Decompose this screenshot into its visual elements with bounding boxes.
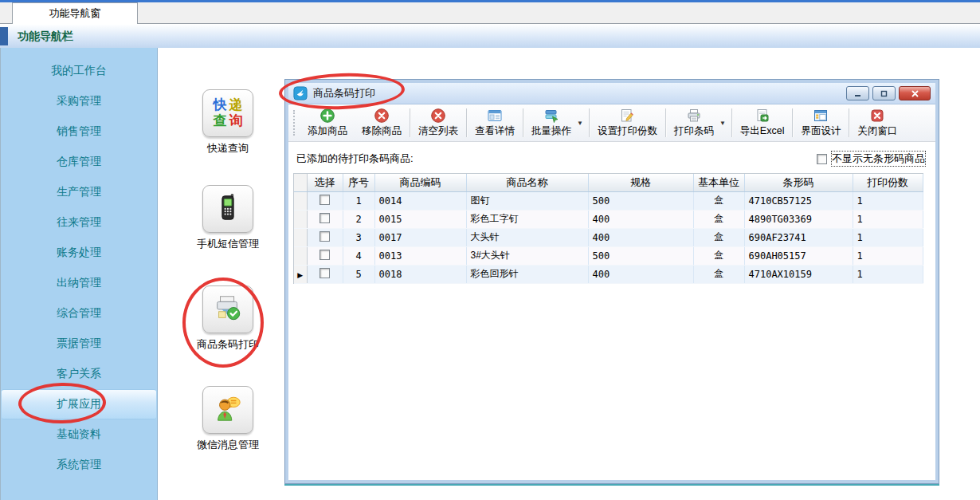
toolbar-button[interactable]: 添加商品	[300, 104, 355, 141]
minimize-button[interactable]	[846, 86, 869, 100]
sidebar-item-label: 我的工作台	[51, 64, 107, 78]
toolbar-button[interactable]: 关闭窗口	[850, 104, 904, 141]
cell-code: 0015	[374, 210, 466, 228]
toolbar-button[interactable]: 移除商品	[355, 104, 409, 141]
table-row[interactable]: ▶ 2 0015 彩色工字钉 400 盒 4890TG03369 1	[294, 210, 923, 228]
row-checkbox-cell[interactable]	[307, 246, 343, 265]
restore-button[interactable]	[872, 86, 896, 100]
filter-checkbox-group[interactable]: 不显示无条形码商品	[817, 151, 926, 167]
cell-seq: 2	[343, 210, 374, 228]
sidebar-item[interactable]: 我的工作台	[1, 56, 157, 86]
row-checkbox-icon[interactable]	[319, 213, 330, 223]
list-label: 已添加的待打印条码商品:	[296, 152, 414, 166]
launcher-button[interactable]: 快递查询	[202, 89, 253, 137]
column-header[interactable]: 商品名称	[466, 174, 588, 191]
current-row-arrow-icon: ▶	[297, 271, 303, 279]
close-button[interactable]	[899, 86, 931, 100]
sidebar-item-label: 客户关系	[57, 367, 101, 381]
launcher-button[interactable]	[202, 185, 253, 233]
row-checkbox-cell[interactable]	[307, 228, 343, 246]
row-checkbox-icon[interactable]	[319, 231, 330, 242]
launcher-button[interactable]	[202, 386, 253, 434]
sidebar-item[interactable]: 综合管理	[1, 298, 157, 329]
sidebar-item[interactable]: 系统管理	[1, 450, 157, 480]
column-header[interactable]: 规格	[588, 174, 693, 191]
toolbar-separator	[665, 108, 666, 137]
toolbar-button[interactable]: 查看详情	[468, 104, 522, 141]
column-header[interactable]: 商品编码	[374, 174, 466, 191]
row-checkbox-icon[interactable]	[319, 250, 330, 260]
cell-barcode: 690AH05157	[744, 246, 853, 265]
sidebar-item-label: 票据管理	[57, 337, 101, 351]
product-table: 选择序号商品编码商品名称规格基本单位条形码打印份数 ▶ 1 0014 图钉 50…	[293, 173, 923, 284]
launcher-button[interactable]	[202, 285, 253, 333]
column-header[interactable]: 序号	[343, 174, 374, 191]
row-checkbox-icon[interactable]	[319, 195, 330, 205]
list-label-row: 已添加的待打印条码商品: 不显示无条形码商品	[296, 151, 926, 167]
toolbar-button[interactable]: 导出Excel	[733, 104, 792, 141]
column-header[interactable]: 选择	[307, 174, 343, 191]
table-row[interactable]: ▶ 5 0018 彩色回形针 400 盒 4710AX10159 1	[294, 265, 923, 283]
column-header[interactable]: 打印份数	[853, 174, 923, 191]
toolbar-button[interactable]: 清空列表	[411, 104, 465, 141]
column-header[interactable]: 基本单位	[693, 174, 744, 191]
cell-code: 0013	[374, 246, 466, 265]
toolbar-button[interactable]: 界面设计	[794, 104, 848, 141]
cell-code: 0017	[374, 228, 466, 246]
sidebar-item[interactable]: 销售管理	[1, 116, 157, 147]
launcher-item: 商品条码打印	[190, 285, 266, 352]
sidebar-item[interactable]: 票据管理	[1, 329, 157, 359]
column-header[interactable]: 条形码	[744, 174, 853, 191]
sidebar-item-label: 出纳管理	[57, 276, 101, 290]
cell-barcode: 4710AX10159	[744, 265, 853, 283]
dropdown-arrow-icon[interactable]: ▼	[719, 120, 726, 127]
add-product-icon	[319, 108, 335, 124]
filter-checkbox-label[interactable]: 不显示无条形码商品	[831, 151, 926, 167]
wechat-message-icon	[213, 393, 243, 427]
table-row[interactable]: ▶ 3 0017 大头针 400 盒 690AF23741 1	[294, 228, 923, 246]
row-selector-cell[interactable]: ▶	[294, 228, 307, 246]
set-print-copies-icon	[619, 108, 635, 124]
restore-icon	[880, 90, 888, 97]
sidebar-item-selected[interactable]: 扩展应用	[2, 389, 156, 419]
row-selector-cell[interactable]: ▶	[294, 246, 307, 265]
row-selector-cell[interactable]: ▶	[294, 265, 307, 283]
row-selector-cell[interactable]: ▶	[294, 191, 307, 210]
close-window-icon	[869, 108, 885, 124]
row-checkbox-cell[interactable]	[307, 210, 343, 228]
cell-code: 0014	[374, 191, 466, 210]
sidebar-item[interactable]: 仓库管理	[1, 147, 157, 177]
cell-unit: 盒	[693, 246, 744, 265]
toolbar-grip[interactable]	[293, 110, 296, 136]
table-row[interactable]: ▶ 4 0013 3#大头针 500 盒 690AH05157 1	[294, 246, 923, 265]
toolbar-button[interactable]: 批量操作 ▼	[524, 104, 588, 141]
toolbar-button[interactable]: 设置打印份数	[590, 104, 664, 141]
table-row[interactable]: ▶ 1 0014 图钉 500 盒 4710CB57125 1	[294, 191, 923, 210]
export-excel-icon	[755, 108, 770, 124]
close-icon	[911, 90, 919, 97]
cell-seq: 1	[343, 191, 374, 210]
toolbar-button[interactable]: 打印条码 ▼	[667, 104, 731, 141]
sidebar-item[interactable]: 采购管理	[1, 86, 157, 116]
dropdown-arrow-icon[interactable]: ▼	[577, 120, 583, 127]
filter-checkbox-icon[interactable]	[817, 154, 827, 164]
sidebar-item[interactable]: 生产管理	[1, 177, 157, 207]
row-selector-cell[interactable]: ▶	[294, 210, 307, 228]
sidebar-item-label: 系统管理	[57, 458, 101, 472]
cell-unit: 盒	[693, 228, 744, 246]
row-checkbox-cell[interactable]	[307, 265, 343, 283]
dialog-titlebar[interactable]: 商品条码打印	[288, 83, 935, 104]
tab-function-navigation[interactable]: 功能导航窗	[12, 2, 138, 24]
cell-seq: 4	[343, 246, 374, 265]
row-checkbox-cell[interactable]	[307, 191, 343, 210]
cell-seq: 5	[343, 265, 374, 283]
row-checkbox-icon[interactable]	[319, 268, 330, 278]
sidebar-item[interactable]: 出纳管理	[1, 268, 157, 298]
cell-name: 3#大头针	[466, 246, 588, 265]
sidebar-item[interactable]: 往来管理	[1, 207, 157, 238]
sidebar-item[interactable]: 基础资料	[1, 419, 157, 450]
sidebar-item[interactable]: 账务处理	[1, 238, 157, 268]
cell-unit: 盒	[693, 191, 744, 210]
sidebar-item[interactable]: 客户关系	[1, 359, 157, 389]
sidebar: 我的工作台 采购管理 销售管理 仓库管理 生产管理 往来管理 账务处理 出纳管理…	[0, 48, 158, 500]
